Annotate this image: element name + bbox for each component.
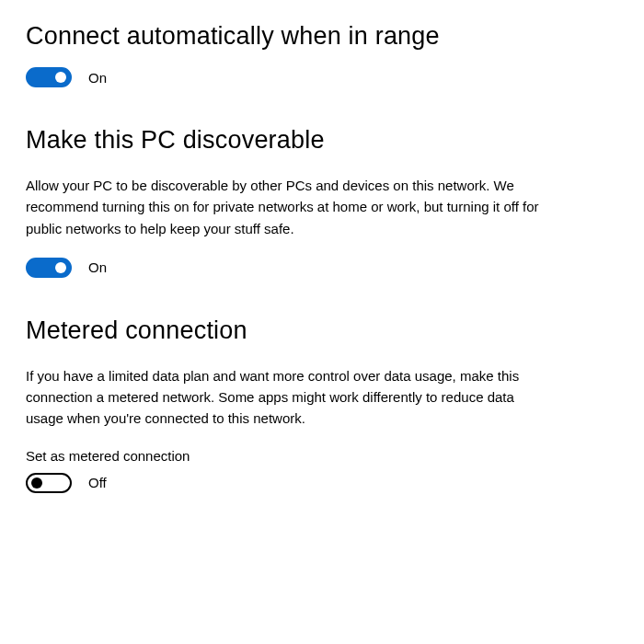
connect-auto-section: Connect automatically when in range On <box>26 22 618 87</box>
connect-auto-title: Connect automatically when in range <box>26 22 618 51</box>
discoverable-section: Make this PC discoverable Allow your PC … <box>26 126 618 278</box>
connect-auto-state-label: On <box>88 70 107 86</box>
discoverable-toggle[interactable] <box>26 258 72 278</box>
metered-state-label: Off <box>88 475 107 490</box>
connect-auto-toggle-row: On <box>26 67 618 87</box>
metered-toggle[interactable] <box>26 473 72 493</box>
discoverable-title: Make this PC discoverable <box>26 126 618 155</box>
metered-toggle-row: Off <box>26 473 618 493</box>
metered-title: Metered connection <box>26 316 618 345</box>
discoverable-toggle-row: On <box>26 258 618 278</box>
metered-sub-label: Set as metered connection <box>26 448 618 464</box>
toggle-knob-icon <box>55 262 66 273</box>
metered-description: If you have a limited data plan and want… <box>26 365 555 430</box>
connect-auto-toggle[interactable] <box>26 67 72 87</box>
discoverable-description: Allow your PC to be discoverable by othe… <box>26 175 555 239</box>
toggle-knob-icon <box>31 477 42 489</box>
discoverable-state-label: On <box>88 259 107 275</box>
metered-section: Metered connection If you have a limited… <box>26 316 618 493</box>
toggle-knob-icon <box>55 72 66 83</box>
